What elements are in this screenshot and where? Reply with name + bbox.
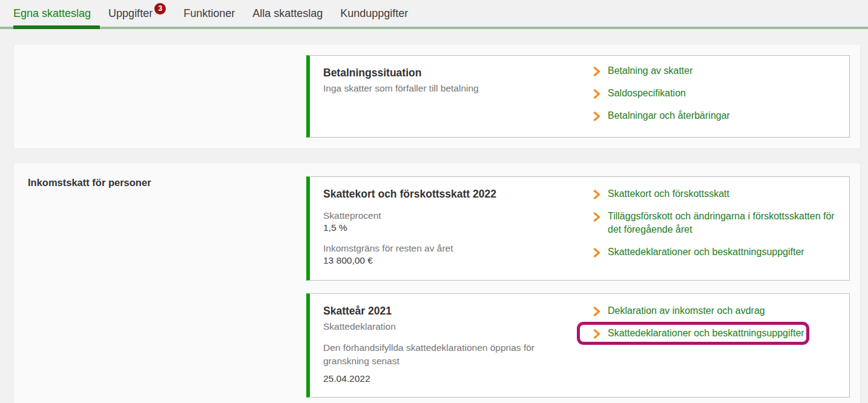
section-betalningssituation: Betalningssituation Inga skatter som för… bbox=[13, 44, 861, 149]
link-label: Skattekort och förskottsskatt bbox=[608, 187, 729, 201]
field-value: 13 800,00 € bbox=[323, 255, 565, 267]
link-label: Betalningar och återbäringar bbox=[608, 109, 730, 122]
card-subtitle: Skattedeklaration bbox=[323, 321, 565, 333]
card-skattear-2021: Skatteår 2021 Skattedeklaration Den förh… bbox=[306, 293, 850, 398]
field-label: Inkomstgräns för resten av året bbox=[323, 242, 565, 255]
chevron-right-icon bbox=[593, 67, 600, 76]
card-subtitle: Inga skatter som förfaller till betalnin… bbox=[323, 82, 565, 95]
link-tillaggsforskott[interactable]: Tilläggsförskott och ändringarna i försk… bbox=[588, 210, 849, 236]
active-tab-underline bbox=[13, 25, 100, 29]
chevron-right-icon bbox=[593, 212, 600, 222]
tab-label: Kunduppgifter bbox=[340, 7, 408, 20]
tab-kunduppgifter[interactable]: Kunduppgifter bbox=[340, 7, 408, 20]
nav-underline bbox=[0, 27, 868, 29]
tab-label: Funktioner bbox=[183, 7, 235, 20]
card-title: Skatteår 2021 bbox=[323, 304, 565, 318]
tab-egna-skatteslag[interactable]: Egna skatteslag bbox=[13, 7, 91, 20]
tab-label: Uppgifter bbox=[108, 7, 153, 20]
link-label: Tilläggsförskott och ändringarna i försk… bbox=[608, 210, 847, 236]
tab-label: Egna skatteslag bbox=[13, 7, 91, 20]
chevron-right-icon bbox=[593, 307, 600, 316]
notification-badge: 3 bbox=[154, 3, 166, 15]
link-label: Skattedeklarationer och beskattningsuppg… bbox=[608, 245, 804, 259]
card-skattekort-2022: Skattekort och förskottsskatt 2022 Skatt… bbox=[306, 176, 850, 281]
card-title: Betalningssituation bbox=[323, 65, 565, 80]
tab-label: Alla skatteslag bbox=[252, 7, 323, 20]
tab-uppgifter[interactable]: Uppgifter 3 bbox=[108, 7, 166, 20]
section-title: Inkomstskatt för personer bbox=[28, 177, 151, 188]
chevron-right-icon bbox=[593, 329, 600, 339]
card-betalningssituation: Betalningssituation Inga skatter som för… bbox=[306, 55, 850, 138]
link-saldospecifikation[interactable]: Saldospecifikation bbox=[588, 87, 849, 100]
card-description: Den förhandsifyllda skattedeklarationen … bbox=[323, 341, 553, 368]
link-label: Betalning av skatter bbox=[608, 64, 693, 78]
chevron-right-icon bbox=[593, 89, 600, 99]
link-label: Skattedeklarationer och beskattningsuppg… bbox=[608, 327, 804, 340]
link-label: Deklaration av inkomster och avdrag bbox=[608, 304, 765, 318]
field-value: 1,5 % bbox=[323, 222, 565, 234]
field-label: Skatteprocent bbox=[323, 210, 565, 222]
chevron-right-icon bbox=[593, 112, 600, 121]
tab-alla-skatteslag[interactable]: Alla skatteslag bbox=[252, 7, 323, 20]
section-inkomstskatt: Inkomstskatt för personer Skattekort och… bbox=[13, 162, 861, 403]
link-skattedeklarationer-2021[interactable]: Skattedeklarationer och beskattningsuppg… bbox=[588, 327, 849, 340]
card-link-list: Skattekort och förskottsskatt Tilläggsfö… bbox=[588, 177, 849, 268]
link-betalningar-och-aterbaringar[interactable]: Betalningar och återbäringar bbox=[588, 109, 849, 122]
link-betalning-av-skatter[interactable]: Betalning av skatter bbox=[588, 64, 849, 78]
card-link-list: Betalning av skatter Saldospecifikation … bbox=[588, 56, 849, 132]
top-nav: Egna skatteslag Uppgifter 3 Funktioner A… bbox=[0, 0, 868, 29]
chevron-right-icon bbox=[593, 190, 600, 199]
link-deklaration-av-inkomster[interactable]: Deklaration av inkomster och avdrag bbox=[588, 304, 849, 318]
link-skattedeklarationer-2022[interactable]: Skattedeklarationer och beskattningsuppg… bbox=[588, 245, 849, 259]
card-link-list: Deklaration av inkomster och avdrag Skat… bbox=[588, 294, 849, 349]
card-title: Skattekort och förskottsskatt 2022 bbox=[323, 187, 565, 201]
link-skattekort-och-forskottsskatt[interactable]: Skattekort och förskottsskatt bbox=[588, 187, 849, 201]
link-label: Saldospecifikation bbox=[608, 87, 686, 100]
deadline-date: 25.04.2022 bbox=[323, 373, 565, 385]
chevron-right-icon bbox=[593, 248, 600, 258]
tab-funktioner[interactable]: Funktioner bbox=[183, 7, 235, 20]
